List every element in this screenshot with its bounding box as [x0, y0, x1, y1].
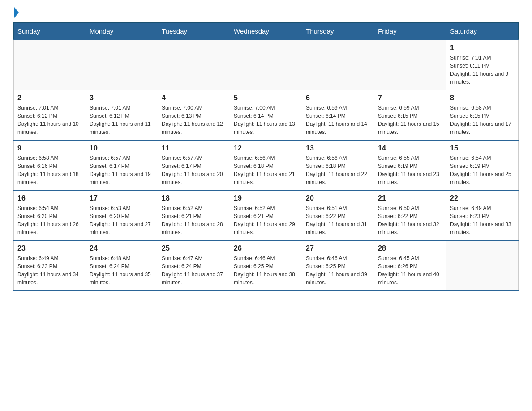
day-of-week-header: Monday — [86, 23, 158, 40]
day-info: Sunrise: 6:48 AM Sunset: 6:24 PM Dayligh… — [90, 254, 154, 287]
day-number: 4 — [162, 94, 226, 102]
calendar-day-cell: 15Sunrise: 6:54 AM Sunset: 6:19 PM Dayli… — [446, 140, 519, 190]
day-info: Sunrise: 6:57 AM Sunset: 6:17 PM Dayligh… — [90, 154, 154, 186]
day-info: Sunrise: 6:57 AM Sunset: 6:17 PM Dayligh… — [162, 154, 226, 186]
calendar-day-cell: 13Sunrise: 6:56 AM Sunset: 6:18 PM Dayli… — [302, 140, 374, 190]
day-of-week-header: Saturday — [446, 23, 519, 40]
calendar-day-cell: 6Sunrise: 6:59 AM Sunset: 6:14 PM Daylig… — [302, 90, 374, 140]
calendar-day-cell: 21Sunrise: 6:50 AM Sunset: 6:22 PM Dayli… — [374, 190, 446, 240]
day-number: 5 — [234, 94, 298, 102]
day-info: Sunrise: 7:01 AM Sunset: 6:12 PM Dayligh… — [90, 104, 154, 136]
day-info: Sunrise: 7:01 AM Sunset: 6:11 PM Dayligh… — [450, 54, 515, 86]
day-info: Sunrise: 6:59 AM Sunset: 6:15 PM Dayligh… — [378, 104, 442, 136]
day-number: 25 — [162, 244, 226, 253]
day-number: 28 — [378, 244, 442, 253]
day-of-week-header: Sunday — [14, 23, 86, 40]
calendar-day-cell: 23Sunrise: 6:49 AM Sunset: 6:23 PM Dayli… — [14, 240, 86, 291]
calendar-day-cell: 25Sunrise: 6:47 AM Sunset: 6:24 PM Dayli… — [158, 240, 230, 291]
day-number: 7 — [378, 94, 442, 102]
day-info: Sunrise: 6:55 AM Sunset: 6:19 PM Dayligh… — [378, 154, 442, 186]
calendar-day-cell: 12Sunrise: 6:56 AM Sunset: 6:18 PM Dayli… — [230, 140, 302, 190]
calendar-week-row: 1Sunrise: 7:01 AM Sunset: 6:11 PM Daylig… — [14, 40, 519, 90]
day-number: 14 — [378, 144, 442, 152]
day-info: Sunrise: 6:50 AM Sunset: 6:22 PM Dayligh… — [378, 204, 442, 236]
logo-triangle-icon — [14, 7, 19, 18]
calendar-day-cell: 24Sunrise: 6:48 AM Sunset: 6:24 PM Dayli… — [86, 240, 158, 291]
calendar-day-cell: 8Sunrise: 6:58 AM Sunset: 6:15 PM Daylig… — [446, 90, 519, 140]
calendar-header-row: SundayMondayTuesdayWednesdayThursdayFrid… — [14, 23, 519, 40]
calendar-day-cell: 10Sunrise: 6:57 AM Sunset: 6:17 PM Dayli… — [86, 140, 158, 190]
calendar-day-cell: 19Sunrise: 6:52 AM Sunset: 6:21 PM Dayli… — [230, 190, 302, 240]
day-info: Sunrise: 7:01 AM Sunset: 6:12 PM Dayligh… — [17, 104, 82, 136]
day-number: 27 — [306, 244, 370, 253]
calendar-table: SundayMondayTuesdayWednesdayThursdayFrid… — [13, 22, 519, 291]
day-info: Sunrise: 6:53 AM Sunset: 6:20 PM Dayligh… — [90, 204, 154, 236]
calendar-day-cell: 9Sunrise: 6:58 AM Sunset: 6:16 PM Daylig… — [14, 140, 86, 190]
day-info: Sunrise: 6:54 AM Sunset: 6:20 PM Dayligh… — [17, 204, 82, 236]
day-number: 2 — [17, 94, 82, 102]
calendar-day-cell: 5Sunrise: 7:00 AM Sunset: 6:14 PM Daylig… — [230, 90, 302, 140]
calendar-week-row: 9Sunrise: 6:58 AM Sunset: 6:16 PM Daylig… — [14, 140, 519, 190]
day-number: 10 — [90, 144, 154, 152]
day-info: Sunrise: 7:00 AM Sunset: 6:14 PM Dayligh… — [234, 104, 298, 136]
calendar-week-row: 2Sunrise: 7:01 AM Sunset: 6:12 PM Daylig… — [14, 90, 519, 140]
calendar-day-cell: 26Sunrise: 6:46 AM Sunset: 6:25 PM Dayli… — [230, 240, 302, 291]
calendar-day-cell: 22Sunrise: 6:49 AM Sunset: 6:23 PM Dayli… — [446, 190, 519, 240]
day-info: Sunrise: 7:00 AM Sunset: 6:13 PM Dayligh… — [162, 104, 226, 136]
page-header — [13, 9, 519, 18]
day-of-week-header: Tuesday — [158, 23, 230, 40]
day-number: 26 — [234, 244, 298, 253]
day-number: 23 — [17, 244, 82, 253]
calendar-day-cell: 16Sunrise: 6:54 AM Sunset: 6:20 PM Dayli… — [14, 190, 86, 240]
day-of-week-header: Thursday — [302, 23, 374, 40]
day-of-week-header: Wednesday — [230, 23, 302, 40]
day-number: 8 — [450, 94, 515, 102]
day-info: Sunrise: 6:58 AM Sunset: 6:15 PM Dayligh… — [450, 104, 515, 136]
calendar-day-cell — [158, 40, 230, 90]
day-info: Sunrise: 6:46 AM Sunset: 6:25 PM Dayligh… — [306, 254, 370, 287]
day-number: 18 — [162, 194, 226, 202]
day-info: Sunrise: 6:46 AM Sunset: 6:25 PM Dayligh… — [234, 254, 298, 287]
day-number: 20 — [306, 194, 370, 202]
day-info: Sunrise: 6:52 AM Sunset: 6:21 PM Dayligh… — [162, 204, 226, 236]
calendar-day-cell — [302, 40, 374, 90]
day-number: 17 — [90, 194, 154, 202]
calendar-day-cell: 18Sunrise: 6:52 AM Sunset: 6:21 PM Dayli… — [158, 190, 230, 240]
calendar-day-cell: 11Sunrise: 6:57 AM Sunset: 6:17 PM Dayli… — [158, 140, 230, 190]
day-number: 3 — [90, 94, 154, 102]
calendar-day-cell: 4Sunrise: 7:00 AM Sunset: 6:13 PM Daylig… — [158, 90, 230, 140]
calendar-day-cell: 7Sunrise: 6:59 AM Sunset: 6:15 PM Daylig… — [374, 90, 446, 140]
day-number: 21 — [378, 194, 442, 202]
day-number: 12 — [234, 144, 298, 152]
day-of-week-header: Friday — [374, 23, 446, 40]
calendar-day-cell: 3Sunrise: 7:01 AM Sunset: 6:12 PM Daylig… — [86, 90, 158, 140]
day-info: Sunrise: 6:47 AM Sunset: 6:24 PM Dayligh… — [162, 254, 226, 287]
calendar-day-cell — [14, 40, 86, 90]
calendar-day-cell: 28Sunrise: 6:45 AM Sunset: 6:26 PM Dayli… — [374, 240, 446, 291]
day-info: Sunrise: 6:45 AM Sunset: 6:26 PM Dayligh… — [378, 254, 442, 287]
day-number: 22 — [450, 194, 515, 202]
calendar-day-cell — [230, 40, 302, 90]
day-info: Sunrise: 6:58 AM Sunset: 6:16 PM Dayligh… — [17, 154, 82, 186]
day-info: Sunrise: 6:52 AM Sunset: 6:21 PM Dayligh… — [234, 204, 298, 236]
day-info: Sunrise: 6:59 AM Sunset: 6:14 PM Dayligh… — [306, 104, 370, 136]
calendar-day-cell — [86, 40, 158, 90]
logo — [13, 9, 19, 18]
calendar-day-cell: 27Sunrise: 6:46 AM Sunset: 6:25 PM Dayli… — [302, 240, 374, 291]
day-number: 24 — [90, 244, 154, 253]
day-number: 6 — [306, 94, 370, 102]
calendar-day-cell: 2Sunrise: 7:01 AM Sunset: 6:12 PM Daylig… — [14, 90, 86, 140]
day-number: 1 — [450, 44, 515, 52]
calendar-day-cell: 14Sunrise: 6:55 AM Sunset: 6:19 PM Dayli… — [374, 140, 446, 190]
calendar-week-row: 23Sunrise: 6:49 AM Sunset: 6:23 PM Dayli… — [14, 240, 519, 291]
calendar-day-cell — [446, 240, 519, 291]
day-number: 13 — [306, 144, 370, 152]
day-number: 9 — [17, 144, 82, 152]
calendar-week-row: 16Sunrise: 6:54 AM Sunset: 6:20 PM Dayli… — [14, 190, 519, 240]
day-number: 11 — [162, 144, 226, 152]
day-info: Sunrise: 6:56 AM Sunset: 6:18 PM Dayligh… — [306, 154, 370, 186]
calendar-day-cell: 17Sunrise: 6:53 AM Sunset: 6:20 PM Dayli… — [86, 190, 158, 240]
calendar-day-cell — [374, 40, 446, 90]
day-info: Sunrise: 6:56 AM Sunset: 6:18 PM Dayligh… — [234, 154, 298, 186]
day-info: Sunrise: 6:54 AM Sunset: 6:19 PM Dayligh… — [450, 154, 515, 186]
